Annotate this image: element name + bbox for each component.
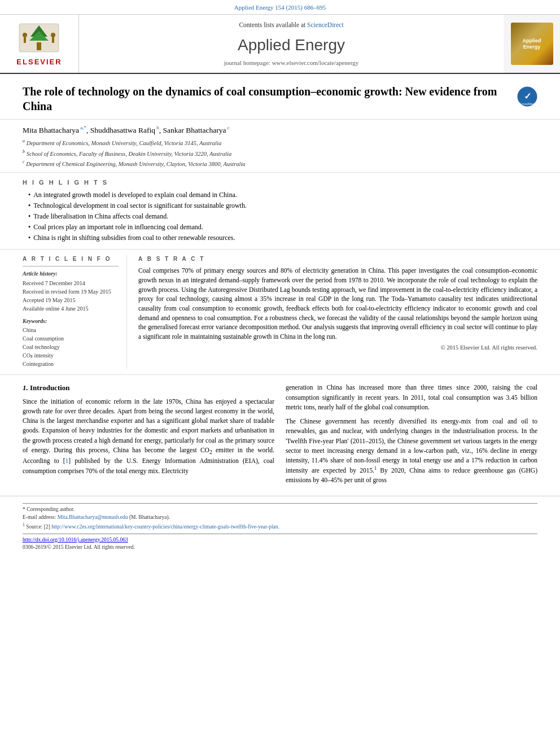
keyword-5: Cointegration	[23, 360, 119, 368]
article-title-section: The role of technology on the dynamics o…	[0, 74, 560, 120]
svg-text:✓: ✓	[524, 91, 531, 101]
intro-heading: 1. Introduction	[23, 383, 274, 393]
author-2-sup: b	[155, 125, 159, 130]
corresponding-author-note: * Corresponding author.	[23, 506, 537, 513]
footnotes-divider	[23, 503, 537, 504]
ref-link-1[interactable]: 1	[65, 457, 69, 464]
abstract-label: A B S T R A C T	[138, 255, 537, 263]
article-info-column: A R T I C L E I N F O Article history: R…	[23, 255, 127, 369]
keywords-label: Keywords:	[23, 317, 119, 325]
bullet-icon: •	[28, 190, 30, 200]
journal-homepage: journal homepage: www.elsevier.com/locat…	[224, 59, 359, 67]
svg-point-4	[23, 33, 27, 37]
received-date: Received 7 December 2014	[23, 279, 119, 287]
authors-section: Mita Bhattacharya a,*, Shuddhasattwa Raf…	[0, 120, 560, 173]
highlights-section: H I G H L I G H T S • An integrated grow…	[0, 173, 560, 250]
available-date: Available online 4 June 2015	[23, 305, 119, 313]
journal-badge-area: AppliedEnergy	[504, 15, 560, 73]
keyword-3: Coal technology	[23, 343, 119, 351]
abstract-text: Coal comprises 70% of primary energy sou…	[138, 266, 537, 341]
science-direct-prefix: Contents lists available at	[239, 21, 305, 28]
author-2-name: Shuddhasattwa Rafiq	[90, 126, 155, 134]
bullet-icon: •	[28, 201, 30, 211]
highlight-item-5: • China is right in shifting subsidies f…	[28, 233, 537, 243]
affiliation-a: a Department of Economics, Monash Univer…	[23, 138, 537, 147]
intro-paragraph-3: The Chinese government has recently dive…	[286, 417, 537, 486]
homepage-text: journal homepage: www.elsevier.com/locat…	[224, 59, 359, 66]
journal-title-area: Contents lists available at ScienceDirec…	[79, 15, 504, 73]
footnotes-section: * Corresponding author. E-mail address: …	[0, 496, 560, 556]
section-title: Introduction	[30, 383, 70, 392]
footnote-1-sup: 1	[23, 522, 25, 527]
journal-reference: Applied Energy 154 (2015) 686–695	[0, 0, 560, 15]
intro-paragraph-1: Since the initiation of economic reform …	[23, 397, 274, 476]
svg-rect-1	[37, 42, 41, 50]
elsevier-tree-icon	[16, 21, 62, 55]
science-direct-link[interactable]: ScienceDirect	[307, 21, 344, 28]
elsevier-logo-area: ELSEVIER	[0, 15, 79, 73]
highlight-text-5: China is right in shifting subsidies fro…	[33, 233, 235, 243]
main-content: 1. Introduction Since the initiation of …	[0, 375, 560, 495]
keyword-2: Coal consumption	[23, 335, 119, 343]
keyword-1: China	[23, 326, 119, 334]
footnote-1: 1 Source: [2] http://www.c2es.org/intern…	[23, 522, 537, 531]
info-divider	[23, 266, 119, 267]
journal-main-title: Applied Energy	[238, 34, 345, 56]
title-crossmark-row: The role of technology on the dynamics o…	[23, 84, 537, 113]
email-person: (M. Bhattacharya).	[129, 514, 170, 520]
highlight-item-3: • Trade liberalisation in China affects …	[28, 212, 537, 221]
email-label-text: E-mail address:	[23, 514, 56, 520]
footer-lower-divider	[23, 534, 537, 534]
highlight-text-1: An integrated growth model is developed …	[33, 190, 237, 200]
right-column: generation in China has increased more t…	[286, 383, 537, 490]
doi-link[interactable]: http://dx.doi.org/10.1016/j.apenergy.201…	[23, 537, 128, 543]
info-abstract-row: A R T I C L E I N F O Article history: R…	[0, 250, 560, 375]
authors-line: Mita Bhattacharya a,*, Shuddhasattwa Raf…	[23, 124, 537, 136]
abstract-column: A B S T R A C T Coal comprises 70% of pr…	[138, 255, 537, 369]
history-label: Article history:	[23, 270, 119, 278]
affiliation-c: c Department of Chemical Engineering, Mo…	[23, 159, 537, 168]
journal-header: ELSEVIER Contents lists available at Sci…	[0, 15, 560, 74]
section-number: 1.	[23, 383, 30, 392]
svg-rect-7	[52, 37, 54, 43]
affiliation-b: b School of Economics, Faculty of Busine…	[23, 148, 537, 158]
elsevier-wordmark: ELSEVIER	[16, 57, 62, 67]
author-3-name: Sankar Bhattacharya	[163, 126, 226, 134]
bullet-icon: •	[28, 233, 30, 243]
elsevier-logo: ELSEVIER	[16, 21, 62, 67]
highlight-text-2: Technological development in coal sector…	[33, 201, 247, 211]
svg-point-6	[51, 33, 55, 37]
svg-text:CrossMark: CrossMark	[519, 102, 536, 106]
email-link[interactable]: Mita.Bhattacharya@monash.edu	[58, 514, 128, 520]
journal-ref-text: Applied Energy 154 (2015) 686–695	[234, 4, 326, 11]
article-title: The role of technology on the dynamics o…	[23, 84, 511, 113]
footnote-1-source: Source: [2]	[26, 524, 51, 530]
bullet-icon: •	[28, 222, 30, 232]
author-3-sup: c	[226, 125, 230, 130]
doi-line: http://dx.doi.org/10.1016/j.apenergy.201…	[23, 536, 537, 544]
keyword-4: CO₂ intensity	[23, 352, 119, 360]
author-1-sup: a,*	[79, 125, 86, 130]
science-direct-line: Contents lists available at ScienceDirec…	[239, 20, 343, 29]
applied-energy-badge: AppliedEnergy	[511, 23, 553, 65]
highlight-text-3: Trade liberalisation in China affects co…	[33, 212, 168, 221]
article-info-label: A R T I C L E I N F O	[23, 255, 119, 263]
abstract-copyright: © 2015 Elsevier Ltd. All rights reserved…	[138, 344, 537, 352]
svg-rect-5	[24, 37, 26, 43]
corresponding-label: * Corresponding author.	[23, 506, 75, 512]
revised-date: Received in revised form 19 May 2015	[23, 288, 119, 296]
issn-copyright: 0306-2619/© 2015 Elsevier Ltd. All right…	[23, 544, 537, 551]
author-1-name: Mita Bhattacharya	[23, 126, 79, 134]
intro-paragraph-2: generation in China has increased more t…	[286, 383, 537, 412]
bullet-icon: •	[28, 212, 30, 221]
left-column: 1. Introduction Since the initiation of …	[23, 383, 274, 490]
footnote-1-url[interactable]: http://www.c2es.org/international/key-co…	[51, 524, 279, 530]
crossmark-icon: ✓ CrossMark	[517, 86, 537, 107]
email-note: E-mail address: Mita.Bhattacharya@monash…	[23, 514, 537, 521]
highlights-label: H I G H L I G H T S	[23, 178, 537, 187]
highlight-item-2: • Technological development in coal sect…	[28, 201, 537, 211]
highlight-text-4: Coal prices play an important role in in…	[33, 222, 203, 232]
highlight-item-4: • Coal prices play an important role in …	[28, 222, 537, 232]
accepted-date: Accepted 19 May 2015	[23, 296, 119, 304]
highlight-item-1: • An integrated growth model is develope…	[28, 190, 537, 200]
